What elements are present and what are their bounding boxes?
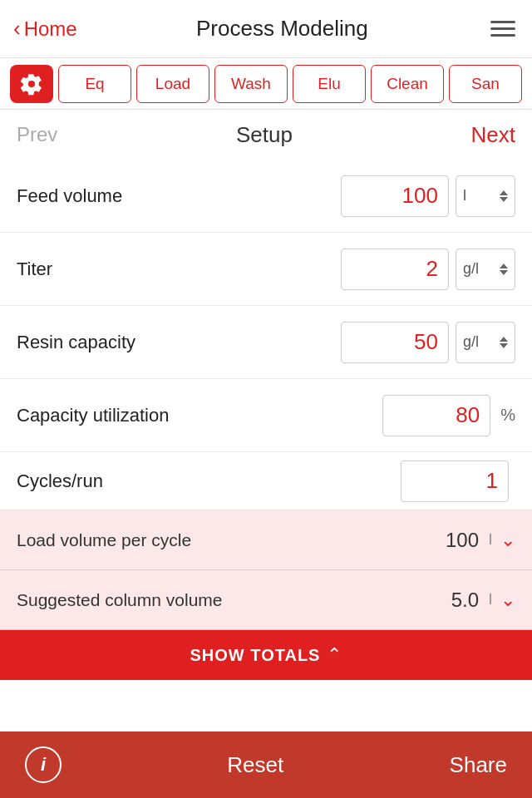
page-title: Process Modeling [196, 16, 368, 42]
capacity-utilization-label: Capacity utilization [17, 405, 382, 426]
resin-capacity-label: Resin capacity [17, 332, 341, 353]
tab-san[interactable]: San [449, 65, 522, 103]
summary-section: Load volume per cycle 100 l ⌄ Suggested … [0, 510, 532, 630]
resin-capacity-row: Resin capacity 50 g/l [0, 306, 532, 379]
tab-elu[interactable]: Elu [293, 65, 366, 103]
titer-row: Titer 2 g/l [0, 233, 532, 306]
feed-volume-row: Feed volume 100 l [0, 160, 532, 233]
cycles-run-input[interactable]: 1 [401, 461, 509, 502]
info-icon: i [41, 754, 46, 776]
tab-settings[interactable] [10, 65, 53, 103]
resin-capacity-unit[interactable]: g/l [456, 322, 515, 363]
resin-capacity-input[interactable]: 50 [341, 322, 449, 363]
feed-volume-input[interactable]: 100 [341, 175, 449, 217]
load-volume-value: 100 [446, 529, 479, 552]
info-button[interactable]: i [25, 746, 62, 783]
capacity-utilization-unit: % [500, 406, 515, 425]
titer-unit[interactable]: g/l [456, 249, 515, 290]
header: ‹ Home Process Modeling [0, 0, 532, 58]
fields-container: Feed volume 100 l Titer 2 g/l Resin capa… [0, 160, 532, 510]
home-button[interactable]: ‹ Home [13, 16, 77, 42]
hamburger-icon [490, 34, 515, 37]
reset-button[interactable]: Reset [227, 752, 283, 778]
suggested-column-row: Suggested column volume 5.0 l ⌄ [0, 570, 532, 630]
load-volume-row: Load volume per cycle 100 l ⌄ [0, 510, 532, 570]
feed-volume-unit[interactable]: l [456, 175, 515, 217]
setup-title: Setup [236, 122, 293, 148]
load-volume-label: Load volume per cycle [17, 530, 446, 550]
tabs-bar: Eq Load Wash Elu Clean San [0, 58, 532, 110]
tab-load[interactable]: Load [136, 65, 209, 103]
tab-eq[interactable]: Eq [58, 65, 131, 103]
suggested-column-expand-icon[interactable]: ⌄ [500, 589, 515, 611]
show-totals-button[interactable]: SHOW TOTALS ⌃ [0, 630, 532, 680]
nav-row: Prev Setup Next [0, 110, 532, 160]
capacity-utilization-input[interactable]: 80 [382, 395, 490, 436]
menu-button[interactable] [487, 17, 519, 40]
bottom-bar: i Reset Share [0, 732, 532, 798]
unit-spinner-icon [500, 264, 508, 275]
titer-input[interactable]: 2 [341, 249, 449, 290]
load-volume-unit: l [489, 531, 492, 549]
prev-button[interactable]: Prev [17, 123, 57, 146]
hamburger-icon [490, 21, 515, 23]
capacity-utilization-row: Capacity utilization 80 % [0, 379, 532, 452]
suggested-column-value: 5.0 [451, 589, 479, 612]
load-volume-expand-icon[interactable]: ⌄ [500, 530, 515, 551]
home-label: Home [24, 17, 77, 41]
gear-icon [20, 72, 43, 96]
next-button[interactable]: Next [471, 122, 515, 148]
suggested-column-unit: l [489, 591, 492, 608]
unit-spinner-icon [500, 190, 508, 202]
chevron-up-icon: ⌃ [327, 644, 342, 666]
cycles-run-label: Cycles/run [17, 470, 401, 492]
titer-label: Titer [17, 259, 341, 280]
hamburger-icon [490, 27, 515, 30]
suggested-column-label: Suggested column volume [17, 590, 451, 610]
tab-clean[interactable]: Clean [371, 65, 444, 103]
cycles-run-row: Cycles/run 1 [0, 452, 532, 510]
back-chevron-icon: ‹ [13, 16, 21, 42]
tab-wash[interactable]: Wash [214, 65, 288, 103]
feed-volume-label: Feed volume [17, 185, 341, 207]
unit-spinner-icon [500, 337, 508, 348]
share-button[interactable]: Share [450, 752, 507, 778]
